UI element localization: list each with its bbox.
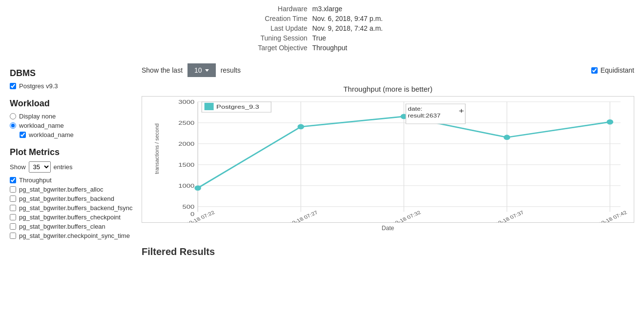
metric-buffers-clean[interactable]: pg_stat_bgwriter.buffers_clean (10, 223, 122, 230)
svg-text:11-09-18 07:22: 11-09-18 07:22 (178, 210, 216, 222)
y-axis-label: transactions / second (154, 145, 160, 174)
show-last-prefix: Show the last (142, 66, 183, 74)
equidistant-row: Equidistant (591, 66, 634, 74)
svg-text:Postgres_9.3: Postgres_9.3 (216, 103, 259, 110)
last-update-label: Last Update (244, 24, 312, 32)
workload-display-none[interactable]: Display none (10, 113, 122, 120)
dbms-title: DBMS (10, 68, 122, 78)
workload-label-name-sub: workload_name (29, 131, 74, 138)
svg-text:11-09-18 07:37: 11-09-18 07:37 (487, 210, 525, 222)
svg-point-27 (607, 119, 614, 125)
svg-text:date:: date: (408, 106, 422, 112)
metric-label-buffers-checkpoint: pg_stat_bgwriter.buffers_checkpoint (19, 214, 121, 221)
workload-radio-name[interactable] (10, 122, 16, 129)
metric-label-buffers-clean: pg_stat_bgwriter.buffers_clean (19, 223, 105, 230)
tuning-session-value: True (312, 34, 326, 42)
svg-point-26 (503, 135, 510, 140)
svg-text:11-09-18 07:42: 11-09-18 07:42 (590, 210, 628, 222)
left-panel: DBMS Postgres v9.3 Workload Display none… (0, 63, 132, 328)
workload-label-name: workload_name (19, 122, 64, 129)
hardware-row: Hardware m3.xlarge (244, 5, 400, 13)
workload-name-option[interactable]: workload_name (10, 122, 122, 129)
dbms-option-postgres[interactable]: Postgres v9.3 (10, 82, 122, 90)
dbms-label-postgres: Postgres v9.3 (19, 82, 58, 90)
last-value: 10 (194, 66, 202, 74)
target-objective-label: Target Objective (244, 44, 312, 52)
y-axis-container: transactions / second (142, 97, 171, 222)
metric-checkbox-throughput[interactable] (10, 177, 16, 183)
metric-checkbox-buffers-backend[interactable] (10, 196, 16, 202)
x-axis-label: Date (142, 225, 634, 232)
hardware-label: Hardware (244, 5, 312, 13)
metric-checkbox-checkpoint-sync-time[interactable] (10, 233, 16, 239)
equidistant-checkbox[interactable] (591, 67, 598, 74)
metric-checkbox-buffers-backend-fsync[interactable] (10, 205, 16, 211)
plot-metrics-title: Plot Metrics (10, 147, 122, 157)
last-update-row: Last Update Nov. 9, 2018, 7:42 a.m. (244, 24, 400, 32)
last-update-value: Nov. 9, 2018, 7:42 a.m. (312, 24, 383, 32)
hardware-value: m3.xlarge (312, 5, 342, 13)
metric-checkpoint-sync-time[interactable]: pg_stat_bgwriter.checkpoint_sync_time (10, 232, 122, 239)
metric-buffers-backend[interactable]: pg_stat_bgwriter.buffers_backend (10, 195, 122, 202)
show-label: Show (10, 163, 26, 171)
metric-buffers-alloc[interactable]: pg_stat_bgwriter.buffers_alloc (10, 186, 122, 193)
plot-metrics-section: Plot Metrics Show 35 10 25 50 entries Th… (10, 147, 122, 239)
filtered-results-title: Filtered Results (142, 246, 634, 257)
svg-rect-32 (205, 103, 214, 110)
target-objective-value: Throughput (312, 44, 348, 52)
info-section: Hardware m3.xlarge Creation Time Nov. 6,… (0, 5, 644, 54)
chart-container: transactions / second (142, 96, 634, 223)
chart-svg: 3000 2500 2000 1500 1000 500 0 11-09-18 … (171, 97, 634, 222)
show-last-suffix: results (221, 66, 241, 74)
metric-throughput[interactable]: Throughput (10, 176, 122, 184)
workload-title: Workload (10, 98, 122, 109)
metric-checkbox-buffers-alloc[interactable] (10, 186, 16, 193)
svg-text:+: + (458, 107, 464, 115)
svg-text:2500: 2500 (178, 119, 194, 126)
entries-select[interactable]: 35 10 25 50 (29, 161, 51, 173)
workload-radio-none[interactable] (10, 113, 16, 119)
svg-text:11-09-18 07:27: 11-09-18 07:27 (281, 210, 319, 222)
target-objective-row: Target Objective Throughput (244, 44, 400, 52)
dbms-checkbox-postgres[interactable] (10, 83, 16, 89)
workload-section: Workload Display none workload_name work… (10, 98, 122, 138)
metric-label-throughput: Throughput (19, 176, 52, 184)
tuning-session-label: Tuning Session (244, 34, 312, 42)
chart-wrapper: Throughput (more is better) transactions… (142, 85, 634, 236)
workload-name-sub-option[interactable]: workload_name (20, 131, 122, 138)
svg-text:1500: 1500 (178, 161, 194, 168)
entries-label: entries (54, 163, 73, 171)
metric-label-checkpoint-sync-time: pg_stat_bgwriter.checkpoint_sync_time (19, 232, 130, 239)
metric-label-buffers-backend-fsync: pg_stat_bgwriter.buffers_backend_fsync (19, 204, 132, 212)
tuning-session-row: Tuning Session True (244, 34, 400, 42)
creation-time-row: Creation Time Nov. 6, 2018, 9:47 p.m. (244, 15, 400, 22)
last-dropdown-button[interactable]: 10 (187, 63, 216, 77)
right-panel: Show the last 10 results Equidistant Thr… (132, 63, 644, 328)
show-entries-row: Show 35 10 25 50 entries (10, 161, 122, 173)
page-container: Hardware m3.xlarge Creation Time Nov. 6,… (0, 0, 644, 333)
dbms-section: DBMS Postgres v9.3 (10, 68, 122, 90)
svg-point-23 (194, 185, 201, 191)
svg-text:2000: 2000 (178, 140, 194, 147)
svg-text:1000: 1000 (178, 182, 194, 189)
workload-label-none: Display none (19, 113, 56, 120)
svg-text:0: 0 (190, 211, 194, 217)
svg-text:11-09-18 07:32: 11-09-18 07:32 (384, 210, 422, 222)
svg-text:500: 500 (183, 203, 195, 210)
metric-checkbox-buffers-checkpoint[interactable] (10, 214, 16, 220)
svg-text:3000: 3000 (178, 98, 194, 105)
metric-checkbox-buffers-clean[interactable] (10, 223, 16, 230)
main-content: DBMS Postgres v9.3 Workload Display none… (0, 63, 644, 328)
equidistant-label: Equidistant (601, 66, 634, 74)
metric-buffers-checkpoint[interactable]: pg_stat_bgwriter.buffers_checkpoint (10, 214, 122, 221)
workload-checkbox-name-sub[interactable] (20, 132, 26, 138)
svg-text:result:2637: result:2637 (408, 113, 440, 118)
svg-point-24 (297, 124, 304, 130)
creation-time-value: Nov. 6, 2018, 9:47 p.m. (312, 15, 383, 22)
caret-icon (205, 69, 209, 72)
controls-row: Show the last 10 results Equidistant (142, 63, 634, 77)
metric-buffers-backend-fsync[interactable]: pg_stat_bgwriter.buffers_backend_fsync (10, 204, 122, 212)
last-dropdown[interactable]: 10 (187, 63, 216, 77)
chart-title: Throughput (more is better) (142, 85, 634, 93)
metric-label-buffers-alloc: pg_stat_bgwriter.buffers_alloc (19, 186, 103, 193)
